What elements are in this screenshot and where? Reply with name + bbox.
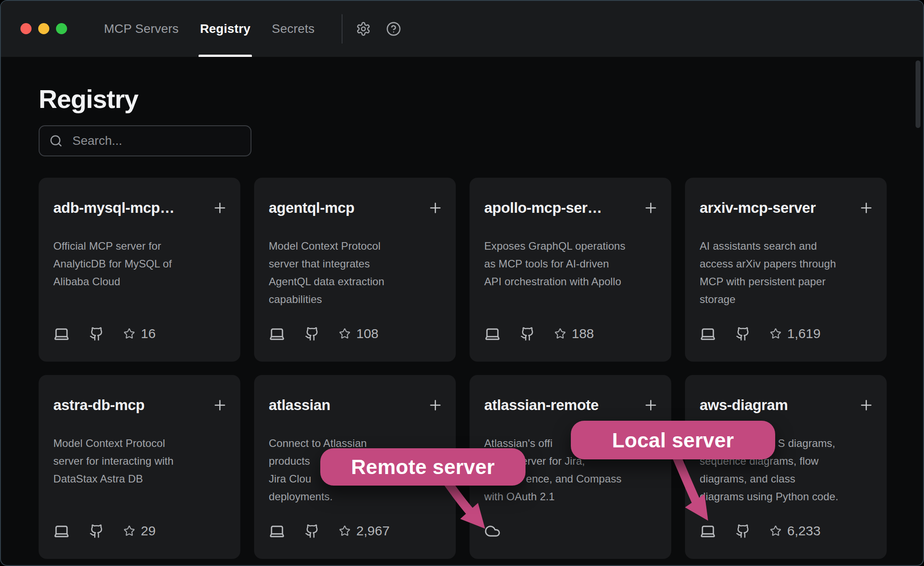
server-card-title: adb-mysql-mcp…	[53, 198, 209, 218]
zoom-window-button[interactable]	[56, 23, 67, 34]
star-count: 108	[339, 326, 378, 341]
search-icon	[49, 134, 63, 147]
server-card-footer: 16	[53, 325, 155, 342]
server-card-title: apollo-mcp-ser…	[484, 198, 640, 218]
server-card[interactable]: apollo-mcp-ser… Exposes GraphQL operatio…	[470, 178, 671, 362]
card-description-line: capabilities	[269, 291, 441, 308]
plus-icon	[212, 397, 228, 413]
laptop-icon	[700, 326, 716, 342]
add-server-button[interactable]	[643, 397, 659, 413]
star-icon	[339, 525, 350, 537]
card-description-line: server that integrates	[269, 255, 441, 273]
server-card-title: agentql-mcp	[269, 198, 424, 218]
server-card-description: Model Context Protocolserver that integr…	[269, 237, 441, 308]
server-card[interactable]: astra-db-mcp Model Context Protocolserve…	[39, 375, 240, 559]
search-input[interactable]	[72, 133, 241, 148]
server-card[interactable]: aws-diagram S diagrams,sequence diagrams…	[685, 375, 887, 559]
plus-icon	[212, 200, 228, 216]
server-card-description: Model Context Protocolserver for interac…	[53, 434, 226, 488]
server-card-footer: 1,619	[700, 325, 820, 342]
star-icon	[339, 328, 350, 339]
star-icon	[554, 328, 566, 339]
laptop-icon	[53, 523, 70, 539]
help-button[interactable]	[386, 21, 401, 36]
annotation-local-server-label: Local server	[612, 428, 734, 452]
github-icon[interactable]	[736, 327, 750, 341]
server-card-title: aws-diagram	[700, 395, 855, 415]
card-description-line: API orchestration with Apollo	[484, 273, 657, 291]
star-icon	[123, 525, 135, 537]
server-card-footer: 188	[484, 325, 594, 342]
laptop-icon	[53, 326, 70, 342]
tab-secrets[interactable]: Secrets	[272, 1, 315, 57]
star-count: 29	[123, 523, 155, 538]
card-description-line: server for interacting with	[53, 452, 226, 470]
annotation-remote-server-label: Remote server	[351, 455, 495, 479]
star-count-value: 16	[141, 326, 155, 341]
card-description-line: as MCP tools for AI-driven	[484, 255, 657, 273]
github-icon[interactable]	[89, 327, 104, 341]
plus-icon	[643, 200, 659, 216]
app-window: MCP Servers Registry Secrets Registry ad…	[0, 0, 924, 566]
star-count-value: 2,967	[356, 523, 390, 538]
scrollbar-thumb[interactable]	[916, 60, 920, 128]
plus-icon	[858, 200, 874, 216]
star-count: 2,967	[339, 523, 390, 538]
add-server-button[interactable]	[858, 200, 874, 216]
star-count-value: 6,233	[787, 523, 820, 538]
star-count-value: 188	[572, 326, 594, 341]
server-card-footer: 108	[269, 325, 378, 342]
server-card[interactable]: arxiv-mcp-server AI assistants search an…	[685, 178, 887, 362]
server-card-footer: 6,233	[700, 522, 820, 539]
card-description-line: AgentQL data extraction	[269, 273, 441, 291]
tab-registry[interactable]: Registry	[200, 1, 251, 57]
card-description-line: ence, and Compass	[526, 470, 657, 488]
card-description-line: deployments.	[269, 488, 441, 506]
star-count: 16	[123, 326, 155, 341]
server-card-title: atlassian-remote	[484, 395, 640, 415]
plus-icon	[427, 200, 443, 216]
plus-icon	[858, 397, 874, 413]
star-count: 188	[554, 326, 594, 341]
star-count-value: 29	[141, 523, 155, 538]
github-icon[interactable]	[520, 327, 535, 341]
settings-button[interactable]	[356, 21, 371, 36]
server-card-description: Official MCP server forAnalyticDB for My…	[53, 237, 226, 291]
main-nav-tabs: MCP Servers Registry Secrets	[104, 1, 315, 57]
server-card[interactable]: adb-mysql-mcp… Official MCP server forAn…	[39, 178, 240, 362]
add-server-button[interactable]	[212, 200, 228, 216]
github-icon[interactable]	[305, 524, 319, 538]
close-window-button[interactable]	[20, 23, 32, 34]
card-description-line: MCP with persistent paper	[700, 273, 872, 291]
github-icon[interactable]	[89, 524, 104, 538]
server-card-footer: 29	[53, 522, 155, 539]
github-icon[interactable]	[305, 327, 319, 341]
add-server-button[interactable]	[643, 200, 659, 216]
minimize-window-button[interactable]	[38, 23, 49, 34]
registry-grid: adb-mysql-mcp… Official MCP server forAn…	[39, 178, 887, 559]
card-description-line: diagrams, and class	[700, 470, 872, 488]
laptop-icon	[269, 523, 285, 539]
titlebar-divider	[342, 14, 343, 44]
add-server-button[interactable]	[858, 397, 874, 413]
tab-mcp-servers[interactable]: MCP Servers	[104, 1, 179, 57]
cloud-icon	[484, 523, 501, 539]
laptop-icon	[484, 326, 501, 342]
card-description-line: Alibaba Cloud	[53, 273, 226, 291]
server-card-title: arxiv-mcp-server	[700, 198, 855, 218]
star-icon	[770, 328, 781, 339]
server-card-title: astra-db-mcp	[53, 395, 209, 415]
server-card[interactable]: agentql-mcp Model Context Protocolserver…	[254, 178, 456, 362]
card-description-line: AnalyticDB for MySQL of	[53, 255, 226, 273]
github-icon[interactable]	[736, 524, 750, 538]
server-card-description: Exposes GraphQL operationsas MCP tools f…	[484, 237, 657, 291]
annotation-remote-server-badge: Remote server	[320, 448, 526, 486]
card-description-line: AI assistants search and	[700, 237, 872, 255]
server-card-description: AI assistants search andaccess arXiv pap…	[700, 237, 872, 308]
add-server-button[interactable]	[427, 397, 443, 413]
add-server-button[interactable]	[212, 397, 228, 413]
card-description-line: with OAuth 2.1	[484, 488, 657, 506]
card-description-line: diagrams using Python code.	[700, 488, 872, 506]
add-server-button[interactable]	[427, 200, 443, 216]
star-icon	[123, 328, 135, 339]
